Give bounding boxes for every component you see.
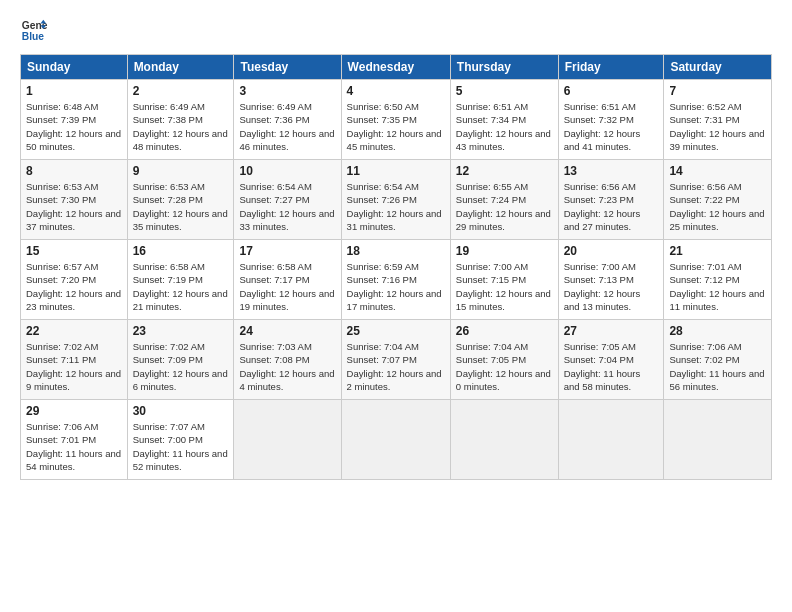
day-number: 25 [347, 324, 445, 338]
calendar-cell [450, 400, 558, 480]
day-info: Sunrise: 6:56 AMSunset: 7:23 PMDaylight:… [564, 180, 659, 233]
day-info: Sunrise: 7:00 AMSunset: 7:15 PMDaylight:… [456, 260, 553, 313]
calendar-cell: 26Sunrise: 7:04 AMSunset: 7:05 PMDayligh… [450, 320, 558, 400]
calendar-cell: 22Sunrise: 7:02 AMSunset: 7:11 PMDayligh… [21, 320, 128, 400]
day-number: 4 [347, 84, 445, 98]
calendar-cell [234, 400, 341, 480]
day-info: Sunrise: 6:56 AMSunset: 7:22 PMDaylight:… [669, 180, 766, 233]
calendar-week-row: 22Sunrise: 7:02 AMSunset: 7:11 PMDayligh… [21, 320, 772, 400]
day-number: 30 [133, 404, 229, 418]
calendar-cell: 23Sunrise: 7:02 AMSunset: 7:09 PMDayligh… [127, 320, 234, 400]
calendar-cell: 10Sunrise: 6:54 AMSunset: 7:27 PMDayligh… [234, 160, 341, 240]
day-info: Sunrise: 7:03 AMSunset: 7:08 PMDaylight:… [239, 340, 335, 393]
day-number: 16 [133, 244, 229, 258]
day-number: 26 [456, 324, 553, 338]
calendar-cell: 20Sunrise: 7:00 AMSunset: 7:13 PMDayligh… [558, 240, 664, 320]
day-number: 2 [133, 84, 229, 98]
day-header-tuesday: Tuesday [234, 55, 341, 80]
calendar-cell: 15Sunrise: 6:57 AMSunset: 7:20 PMDayligh… [21, 240, 128, 320]
day-info: Sunrise: 6:58 AMSunset: 7:19 PMDaylight:… [133, 260, 229, 313]
calendar-cell: 4Sunrise: 6:50 AMSunset: 7:35 PMDaylight… [341, 80, 450, 160]
calendar-cell: 16Sunrise: 6:58 AMSunset: 7:19 PMDayligh… [127, 240, 234, 320]
calendar-week-row: 8Sunrise: 6:53 AMSunset: 7:30 PMDaylight… [21, 160, 772, 240]
day-number: 20 [564, 244, 659, 258]
day-info: Sunrise: 7:00 AMSunset: 7:13 PMDaylight:… [564, 260, 659, 313]
calendar-cell: 18Sunrise: 6:59 AMSunset: 7:16 PMDayligh… [341, 240, 450, 320]
calendar-week-row: 15Sunrise: 6:57 AMSunset: 7:20 PMDayligh… [21, 240, 772, 320]
day-info: Sunrise: 6:59 AMSunset: 7:16 PMDaylight:… [347, 260, 445, 313]
calendar-cell: 21Sunrise: 7:01 AMSunset: 7:12 PMDayligh… [664, 240, 772, 320]
day-number: 29 [26, 404, 122, 418]
day-info: Sunrise: 7:05 AMSunset: 7:04 PMDaylight:… [564, 340, 659, 393]
day-info: Sunrise: 7:04 AMSunset: 7:07 PMDaylight:… [347, 340, 445, 393]
day-number: 10 [239, 164, 335, 178]
calendar-cell: 14Sunrise: 6:56 AMSunset: 7:22 PMDayligh… [664, 160, 772, 240]
day-info: Sunrise: 6:57 AMSunset: 7:20 PMDaylight:… [26, 260, 122, 313]
day-number: 18 [347, 244, 445, 258]
day-number: 14 [669, 164, 766, 178]
calendar-cell: 30Sunrise: 7:07 AMSunset: 7:00 PMDayligh… [127, 400, 234, 480]
day-info: Sunrise: 6:49 AMSunset: 7:36 PMDaylight:… [239, 100, 335, 153]
day-info: Sunrise: 7:02 AMSunset: 7:09 PMDaylight:… [133, 340, 229, 393]
day-number: 6 [564, 84, 659, 98]
day-number: 27 [564, 324, 659, 338]
calendar-week-row: 29Sunrise: 7:06 AMSunset: 7:01 PMDayligh… [21, 400, 772, 480]
day-number: 8 [26, 164, 122, 178]
day-info: Sunrise: 6:51 AMSunset: 7:32 PMDaylight:… [564, 100, 659, 153]
day-header-friday: Friday [558, 55, 664, 80]
day-number: 3 [239, 84, 335, 98]
day-number: 21 [669, 244, 766, 258]
day-number: 7 [669, 84, 766, 98]
day-info: Sunrise: 6:52 AMSunset: 7:31 PMDaylight:… [669, 100, 766, 153]
day-info: Sunrise: 6:54 AMSunset: 7:27 PMDaylight:… [239, 180, 335, 233]
day-info: Sunrise: 6:55 AMSunset: 7:24 PMDaylight:… [456, 180, 553, 233]
calendar-cell: 7Sunrise: 6:52 AMSunset: 7:31 PMDaylight… [664, 80, 772, 160]
day-header-wednesday: Wednesday [341, 55, 450, 80]
calendar-cell [664, 400, 772, 480]
day-number: 11 [347, 164, 445, 178]
day-number: 28 [669, 324, 766, 338]
day-info: Sunrise: 6:51 AMSunset: 7:34 PMDaylight:… [456, 100, 553, 153]
day-number: 13 [564, 164, 659, 178]
calendar-cell: 27Sunrise: 7:05 AMSunset: 7:04 PMDayligh… [558, 320, 664, 400]
day-info: Sunrise: 6:58 AMSunset: 7:17 PMDaylight:… [239, 260, 335, 313]
calendar-cell [558, 400, 664, 480]
calendar-table: SundayMondayTuesdayWednesdayThursdayFrid… [20, 54, 772, 480]
day-header-thursday: Thursday [450, 55, 558, 80]
calendar-cell: 19Sunrise: 7:00 AMSunset: 7:15 PMDayligh… [450, 240, 558, 320]
calendar-header-row: SundayMondayTuesdayWednesdayThursdayFrid… [21, 55, 772, 80]
calendar-cell: 13Sunrise: 6:56 AMSunset: 7:23 PMDayligh… [558, 160, 664, 240]
day-number: 23 [133, 324, 229, 338]
calendar-cell: 6Sunrise: 6:51 AMSunset: 7:32 PMDaylight… [558, 80, 664, 160]
day-info: Sunrise: 6:54 AMSunset: 7:26 PMDaylight:… [347, 180, 445, 233]
calendar-page: General Blue SundayMondayTuesdayWednesda… [0, 0, 792, 612]
calendar-cell: 29Sunrise: 7:06 AMSunset: 7:01 PMDayligh… [21, 400, 128, 480]
day-number: 17 [239, 244, 335, 258]
calendar-cell: 2Sunrise: 6:49 AMSunset: 7:38 PMDaylight… [127, 80, 234, 160]
calendar-cell: 11Sunrise: 6:54 AMSunset: 7:26 PMDayligh… [341, 160, 450, 240]
day-info: Sunrise: 7:01 AMSunset: 7:12 PMDaylight:… [669, 260, 766, 313]
calendar-cell: 17Sunrise: 6:58 AMSunset: 7:17 PMDayligh… [234, 240, 341, 320]
calendar-cell: 28Sunrise: 7:06 AMSunset: 7:02 PMDayligh… [664, 320, 772, 400]
calendar-cell [341, 400, 450, 480]
day-header-sunday: Sunday [21, 55, 128, 80]
day-info: Sunrise: 7:02 AMSunset: 7:11 PMDaylight:… [26, 340, 122, 393]
day-info: Sunrise: 7:07 AMSunset: 7:00 PMDaylight:… [133, 420, 229, 473]
calendar-week-row: 1Sunrise: 6:48 AMSunset: 7:39 PMDaylight… [21, 80, 772, 160]
day-info: Sunrise: 6:53 AMSunset: 7:28 PMDaylight:… [133, 180, 229, 233]
calendar-cell: 24Sunrise: 7:03 AMSunset: 7:08 PMDayligh… [234, 320, 341, 400]
day-number: 24 [239, 324, 335, 338]
svg-text:Blue: Blue [22, 31, 45, 42]
day-info: Sunrise: 6:49 AMSunset: 7:38 PMDaylight:… [133, 100, 229, 153]
day-number: 1 [26, 84, 122, 98]
day-header-saturday: Saturday [664, 55, 772, 80]
logo: General Blue [20, 16, 52, 44]
calendar-cell: 1Sunrise: 6:48 AMSunset: 7:39 PMDaylight… [21, 80, 128, 160]
day-info: Sunrise: 6:50 AMSunset: 7:35 PMDaylight:… [347, 100, 445, 153]
day-info: Sunrise: 7:06 AMSunset: 7:01 PMDaylight:… [26, 420, 122, 473]
logo-icon: General Blue [20, 16, 48, 44]
calendar-cell: 25Sunrise: 7:04 AMSunset: 7:07 PMDayligh… [341, 320, 450, 400]
header: General Blue [20, 16, 772, 44]
day-info: Sunrise: 6:53 AMSunset: 7:30 PMDaylight:… [26, 180, 122, 233]
day-number: 22 [26, 324, 122, 338]
